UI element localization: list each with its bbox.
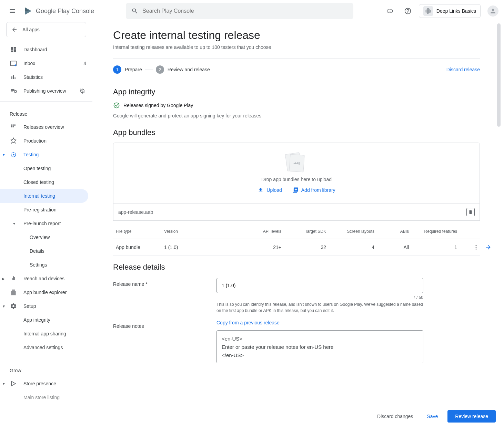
- search-icon: [131, 8, 138, 14]
- android-icon: [423, 6, 433, 16]
- sidebar-item-plr-settings[interactable]: Settings: [0, 258, 92, 272]
- sidebar-item-app-bundle-explorer[interactable]: App bundle explorer: [0, 285, 92, 299]
- app-name: Deep Links Basics: [436, 8, 476, 14]
- logo-text: Google Play Console: [36, 8, 94, 15]
- sync-off-icon: [79, 87, 86, 95]
- arrow-forward-icon: [485, 244, 492, 251]
- table-row: App bundle 1 (1.0) 21+ 32 4 All 1: [113, 239, 480, 256]
- sidebar-item-advanced-settings[interactable]: Advanced settings: [0, 341, 92, 354]
- help-button[interactable]: [401, 4, 415, 18]
- bundle-icon: [10, 289, 17, 296]
- step-prepare[interactable]: 1 Prepare: [113, 65, 142, 74]
- svg-point-8: [114, 103, 119, 108]
- upload-button[interactable]: Upload: [258, 187, 282, 193]
- sidebar-item-internal-testing[interactable]: Internal testing: [0, 189, 88, 203]
- release-name-input[interactable]: [216, 278, 423, 293]
- testing-icon: [10, 151, 17, 158]
- release-name-helper: This is so you can identify this release…: [216, 301, 423, 314]
- sidebar-item-publishing[interactable]: Publishing overview: [0, 84, 92, 98]
- production-icon: [10, 137, 17, 145]
- sidebar-item-releases-overview[interactable]: Releases overview: [0, 120, 92, 134]
- sidebar-item-closed-testing[interactable]: Closed testing: [0, 175, 92, 189]
- svg-point-11: [476, 249, 477, 250]
- overview-icon: [10, 123, 17, 131]
- file-name: app-release.aab: [118, 209, 153, 215]
- search-box[interactable]: [126, 3, 353, 19]
- footer: Discard changes Save Review release: [0, 405, 504, 427]
- sidebar-item-inbox[interactable]: Inbox 4: [0, 56, 92, 70]
- library-icon: [292, 187, 299, 193]
- search-input[interactable]: [142, 8, 348, 14]
- release-details-heading: Release details: [113, 263, 480, 272]
- inbox-badge: 4: [83, 61, 86, 66]
- step-review[interactable]: 2 Review and release: [156, 65, 210, 74]
- svg-point-3: [14, 90, 17, 93]
- svg-point-2: [14, 64, 16, 66]
- grow-section-header: Grow: [0, 362, 92, 377]
- sidebar-item-pre-registration[interactable]: Pre-registration: [0, 203, 92, 217]
- header: Google Play Console Deep Links Basics: [0, 0, 504, 22]
- sidebar-item-store-presence[interactable]: ▼ Store presence: [0, 377, 92, 390]
- menu-button[interactable]: [6, 4, 19, 18]
- sidebar-item-production[interactable]: Production: [0, 134, 92, 148]
- svg-marker-6: [13, 154, 14, 156]
- col-abis: ABIs: [374, 229, 409, 234]
- chevron-right-icon: ▶: [2, 277, 5, 281]
- release-notes-textarea[interactable]: [216, 330, 423, 363]
- sidebar-item-setup[interactable]: ▼ Setup: [0, 299, 92, 313]
- discard-changes-button[interactable]: Discard changes: [373, 411, 417, 422]
- sidebar-item-pre-launch-report[interactable]: ▼ Pre-launch report: [0, 217, 92, 230]
- link-button[interactable]: [383, 4, 397, 18]
- chevron-down-icon: ▼: [12, 222, 16, 226]
- all-apps-button[interactable]: All apps: [6, 22, 86, 37]
- avatar[interactable]: [487, 6, 498, 17]
- review-release-button[interactable]: Review release: [447, 410, 496, 423]
- sidebar-item-plr-details[interactable]: Details: [0, 244, 92, 258]
- discard-release-link[interactable]: Discard release: [446, 67, 480, 72]
- col-file-type: File type: [116, 229, 164, 234]
- link-icon: [386, 7, 394, 15]
- step-number-1: 1: [113, 65, 121, 74]
- sidebar-item-internal-app-sharing[interactable]: Internal app sharing: [0, 327, 92, 341]
- dropzone-text: Drop app bundles here to upload: [124, 177, 469, 182]
- upload-dropzone[interactable]: .AAB Drop app bundles here to upload Upl…: [113, 143, 480, 204]
- row-open-button[interactable]: [485, 244, 492, 251]
- logo[interactable]: Google Play Console: [23, 6, 94, 16]
- sidebar-item-open-testing[interactable]: Open testing: [0, 162, 92, 175]
- page-subtitle: Internal testing releases are available …: [113, 44, 480, 59]
- gear-icon: [10, 302, 17, 310]
- col-version: Version: [164, 229, 233, 234]
- reach-icon: [10, 275, 17, 282]
- row-menu-button[interactable]: [473, 244, 479, 250]
- hamburger-icon: [9, 8, 16, 14]
- save-button[interactable]: Save: [423, 411, 442, 422]
- uploaded-file-row: app-release.aab: [113, 204, 480, 221]
- stepper: 1 Prepare 2 Review and release Discard r…: [113, 59, 480, 81]
- integrity-description: Google will generate and protect an app …: [113, 113, 480, 118]
- col-api: API levels: [233, 229, 281, 234]
- sidebar-item-statistics[interactable]: Statistics: [0, 70, 92, 84]
- sidebar-item-dashboard[interactable]: Dashboard: [0, 43, 92, 56]
- sidebar-item-plr-overview[interactable]: Overview: [0, 230, 92, 244]
- trash-icon: [468, 210, 473, 215]
- chevron-down-icon: ▼: [2, 153, 6, 157]
- add-from-library-button[interactable]: Add from library: [292, 187, 335, 193]
- step-number-2: 2: [156, 65, 164, 74]
- chevron-down-icon: ▼: [2, 382, 6, 386]
- scrollbar[interactable]: [497, 23, 501, 127]
- delete-file-button[interactable]: [466, 208, 475, 216]
- app-selector[interactable]: Deep Links Basics: [419, 4, 481, 18]
- sidebar-item-reach-devices[interactable]: ▶ Reach and devices: [0, 272, 92, 285]
- sidebar-item-main-store-listing[interactable]: Main store listing: [0, 390, 92, 404]
- copy-previous-link[interactable]: Copy from a previous release: [216, 320, 280, 325]
- svg-marker-7: [11, 381, 16, 386]
- sidebar-item-testing[interactable]: ▼ Testing: [0, 148, 92, 162]
- aab-file-icon: .AAB: [286, 153, 307, 173]
- publishing-icon: [10, 87, 17, 95]
- sidebar-item-app-integrity[interactable]: App integrity: [0, 313, 92, 327]
- inbox-icon: [10, 60, 17, 67]
- svg-point-9: [476, 245, 477, 246]
- release-name-label: Release name *: [113, 278, 203, 314]
- app-bundles-heading: App bundles: [113, 128, 480, 137]
- statistics-icon: [10, 73, 17, 81]
